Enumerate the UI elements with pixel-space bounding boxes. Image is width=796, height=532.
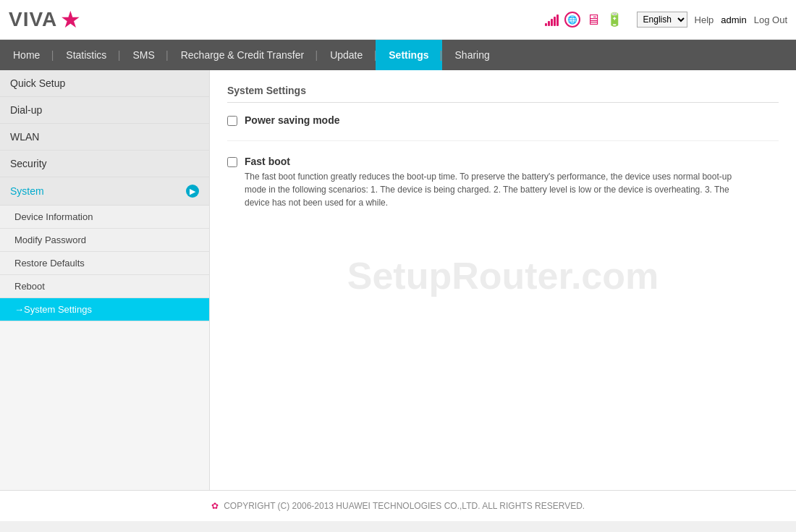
logo-star: ★: [60, 6, 81, 33]
nav-item-sharing[interactable]: Sharing: [442, 40, 503, 70]
sidebar-sub-item-reboot[interactable]: Reboot: [0, 275, 209, 298]
signal-icons: 🌐 🖥 🔋: [545, 12, 622, 28]
logo-text: VIVA: [9, 8, 57, 31]
nav-item-sms[interactable]: SMS: [119, 40, 167, 70]
nav-item-recharge[interactable]: Recharge & Credit Transfer: [168, 40, 317, 70]
language-select[interactable]: English: [637, 12, 687, 28]
setting-label-power-saving: Power saving mode: [245, 114, 339, 126]
battery-icon: 🔋: [606, 12, 622, 28]
content-area: SetupRouter.com System Settings Power sa…: [210, 70, 796, 490]
monitor-icon: 🖥: [586, 12, 601, 28]
footer-logo: ✿: [211, 501, 219, 511]
sidebar-section-quick-setup[interactable]: Quick Setup: [0, 70, 209, 97]
setting-desc-fast-boot: The fast boot function greatly reduces t…: [245, 170, 737, 209]
sidebar-section-label: WLAN: [10, 131, 39, 143]
setting-row-fast-boot: Fast bootThe fast boot function greatly …: [227, 156, 779, 221]
sidebar-section-security[interactable]: Security: [0, 151, 209, 177]
setting-content-fast-boot: Fast bootThe fast boot function greatly …: [245, 156, 737, 209]
sidebar-section-wlan[interactable]: WLAN: [0, 124, 209, 151]
main-layout: Quick SetupDial-upWLANSecuritySystem▶Dev…: [0, 70, 796, 490]
logout-link[interactable]: Log Out: [754, 14, 787, 25]
checkbox-fast-boot[interactable]: [227, 157, 237, 167]
sidebar-section-label: Dial-up: [10, 104, 42, 116]
setting-label-fast-boot: Fast boot: [245, 156, 737, 167]
main-nav: HomeStatisticsSMSRecharge & Credit Trans…: [0, 40, 796, 70]
sidebar-sub-items-system: Device InformationModify PasswordRestore…: [0, 206, 209, 321]
sidebar-section-label: Security: [10, 158, 47, 169]
footer-text: COPYRIGHT (C) 2006-2013 HUAWEI TECHNOLOG…: [224, 501, 585, 511]
nav-item-settings[interactable]: Settings: [376, 40, 441, 70]
sidebar-section-label: Quick Setup: [10, 77, 65, 89]
help-link[interactable]: Help: [695, 14, 714, 25]
sidebar-section-label: System: [10, 185, 44, 197]
sidebar-sub-item-device-information[interactable]: Device Information: [0, 206, 209, 229]
sidebar: Quick SetupDial-upWLANSecuritySystem▶Dev…: [0, 70, 210, 490]
watermark: SetupRouter.com: [347, 254, 659, 297]
setting-row-power-saving: Power saving mode: [227, 114, 779, 141]
nav-item-update[interactable]: Update: [317, 40, 376, 70]
globe-icon: 🌐: [564, 12, 580, 28]
footer: ✿ COPYRIGHT (C) 2006-2013 HUAWEI TECHNOL…: [0, 490, 796, 521]
admin-label: admin: [721, 14, 746, 25]
chevron-icon: ▶: [186, 185, 199, 198]
setting-content-power-saving: Power saving mode: [245, 114, 339, 129]
sidebar-section-dial-up[interactable]: Dial-up: [0, 97, 209, 124]
top-right: 🌐 🖥 🔋 English Help admin Log Out: [545, 12, 787, 28]
nav-item-home[interactable]: Home: [0, 40, 53, 70]
nav-item-statistics[interactable]: Statistics: [53, 40, 119, 70]
logo-area: VIVA ★: [9, 6, 81, 33]
signal-icon: [545, 13, 559, 26]
sidebar-sub-item-modify-password[interactable]: Modify Password: [0, 229, 209, 252]
sidebar-sub-item-restore-defaults[interactable]: Restore Defaults: [0, 252, 209, 275]
sidebar-section-system[interactable]: System▶: [0, 177, 209, 206]
checkbox-power-saving[interactable]: [227, 116, 237, 126]
header: VIVA ★ 🌐 🖥 🔋 English Help admin Log Out: [0, 0, 796, 40]
content-title: System Settings: [227, 85, 779, 103]
settings-list: Power saving modeFast bootThe fast boot …: [227, 114, 779, 221]
sidebar-sub-item-system-settings[interactable]: →System Settings: [0, 298, 209, 321]
